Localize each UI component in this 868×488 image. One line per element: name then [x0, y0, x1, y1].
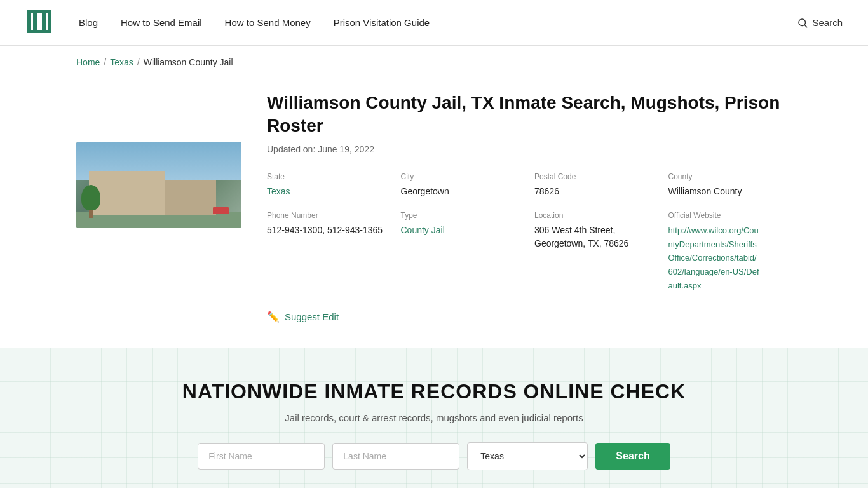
inmate-search-form: AlabamaAlaskaArizonaArkansasCaliforniaCo… [25, 442, 843, 470]
info-section: Williamson County Jail, TX Inmate Search… [267, 92, 792, 323]
phone-label: Phone Number [267, 211, 391, 220]
bottom-section: NATIONWIDE INMATE RECORDS ONLINE CHECK J… [0, 348, 868, 488]
breadcrumb-current: Williamson County Jail [144, 57, 233, 67]
phone-value: 512-943-1300, 512-943-1365 [267, 224, 391, 237]
suggest-edit-link[interactable]: ✏️ Suggest Edit [267, 311, 792, 323]
section-subtitle: Jail records, court & arrest records, mu… [25, 412, 843, 423]
info-postal: Postal Code 78626 [534, 172, 658, 198]
postal-value: 78626 [534, 185, 658, 198]
logo-icon [25, 8, 53, 36]
type-label: Type [401, 211, 525, 220]
updated-date: Updated on: June 19, 2022 [267, 144, 792, 154]
state-link[interactable]: Texas [267, 186, 290, 196]
svg-rect-3 [48, 10, 51, 33]
info-location: Location 306 West 4th Street, Georgetown… [534, 211, 658, 293]
info-phone: Phone Number 512-943-1300, 512-943-1365 [267, 211, 391, 293]
logo[interactable] [25, 8, 53, 37]
nav-visitation[interactable]: Prison Visitation Guide [334, 17, 430, 28]
jail-image: alleghanysheriff.org [76, 142, 241, 228]
info-grid: State Texas City Georgetown Postal Code … [267, 172, 792, 293]
website-link[interactable]: http://www.wilco.org/CountyDepartments/S… [668, 226, 759, 290]
info-state: State Texas [267, 172, 391, 198]
svg-rect-1 [33, 10, 37, 33]
svg-point-6 [799, 19, 806, 26]
main-content: alleghanysheriff.org Williamson County J… [0, 79, 868, 348]
image-building-1 [89, 171, 165, 215]
header-search[interactable]: Search [797, 17, 843, 29]
info-city: City Georgetown [401, 172, 525, 198]
svg-rect-4 [27, 10, 51, 13]
state-select[interactable]: AlabamaAlaskaArizonaArkansasCaliforniaCo… [467, 442, 588, 470]
county-value: Williamson County [668, 185, 792, 198]
state-label: State [267, 172, 391, 181]
suggest-edit-label: Suggest Edit [285, 311, 339, 322]
image-car [213, 207, 229, 214]
location-value: 306 West 4th Street, Georgetown, TX, 786… [534, 224, 658, 250]
nav-send-money[interactable]: How to Send Money [225, 17, 311, 28]
section-title: NATIONWIDE INMATE RECORDS ONLINE CHECK [25, 380, 843, 403]
image-building-2 [165, 180, 216, 215]
last-name-input[interactable] [332, 443, 459, 470]
main-nav: Blog How to Send Email How to Send Money… [79, 17, 797, 28]
search-label: Search [812, 17, 843, 28]
city-value: Georgetown [401, 185, 525, 198]
svg-rect-0 [27, 10, 31, 33]
svg-rect-5 [27, 30, 51, 33]
breadcrumb: Home / Texas / Williamson County Jail [0, 46, 868, 79]
nav-send-email[interactable]: How to Send Email [121, 17, 202, 28]
info-website: Official Website http://www.wilco.org/Co… [668, 211, 792, 293]
location-label: Location [534, 211, 658, 220]
breadcrumb-sep-2: / [137, 57, 140, 67]
page-title: Williamson County Jail, TX Inmate Search… [267, 92, 792, 138]
postal-label: Postal Code [534, 172, 658, 181]
pencil-icon: ✏️ [267, 311, 280, 323]
site-header: Blog How to Send Email How to Send Money… [0, 0, 868, 46]
city-label: City [401, 172, 525, 181]
breadcrumb-sep-1: / [104, 57, 106, 67]
search-button[interactable]: Search [595, 443, 670, 470]
county-label: County [668, 172, 792, 181]
type-link[interactable]: County Jail [401, 225, 445, 235]
info-county: County Williamson County [668, 172, 792, 198]
first-name-input[interactable] [198, 443, 325, 470]
breadcrumb-texas[interactable]: Texas [110, 57, 133, 67]
search-icon [797, 17, 808, 29]
info-type: Type County Jail [401, 211, 525, 293]
svg-rect-2 [42, 10, 46, 33]
svg-line-7 [805, 25, 807, 27]
website-label: Official Website [668, 211, 792, 220]
nav-blog[interactable]: Blog [79, 17, 98, 28]
breadcrumb-home[interactable]: Home [76, 57, 100, 67]
image-tree [81, 185, 100, 217]
